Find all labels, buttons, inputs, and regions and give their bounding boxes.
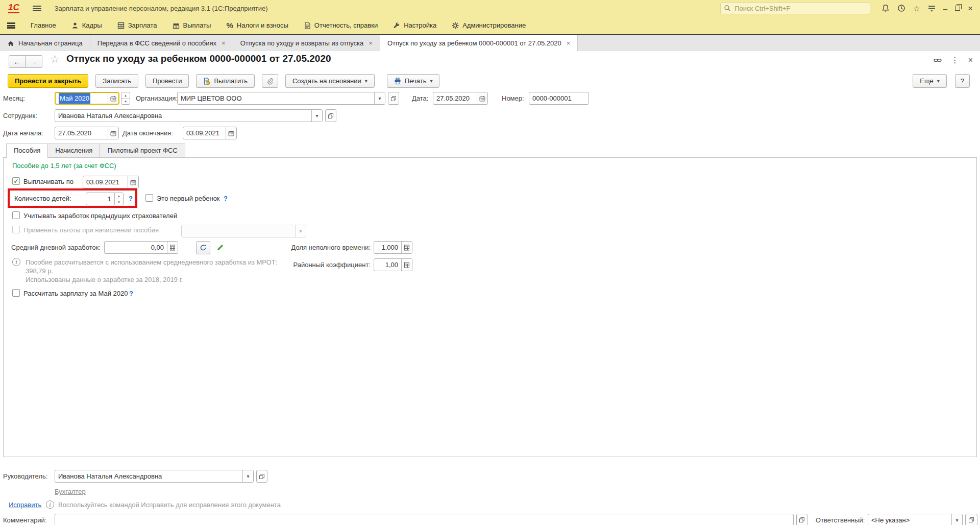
dropdown-icon[interactable]: ▾ <box>374 92 385 104</box>
organization-value[interactable]: МИР ЦВЕТОВ ООО <box>178 92 374 104</box>
tab-fss-pilot[interactable]: Пилотный проект ФСС <box>100 144 185 158</box>
menu-payments[interactable]: Выплаты <box>173 21 211 29</box>
spin-up-icon[interactable]: ▴ <box>115 193 123 199</box>
favorites-list-icon[interactable] <box>928 5 936 12</box>
calendar-icon[interactable] <box>108 127 118 139</box>
attachments-button[interactable] <box>262 74 278 88</box>
calendar-icon[interactable] <box>477 92 487 104</box>
calendar-icon[interactable] <box>128 176 138 188</box>
employee-open-icon[interactable] <box>325 109 336 122</box>
spin-up-icon[interactable]: ▴ <box>121 92 130 99</box>
manager-value[interactable]: Иванова Наталья Александровна <box>55 470 242 482</box>
menu-settings[interactable]: Настройка <box>393 21 436 29</box>
avg-daily-field[interactable]: 0,00 <box>104 241 178 254</box>
tab-close-icon[interactable]: × <box>369 39 373 47</box>
date-value[interactable]: 27.05.2020 <box>433 92 477 104</box>
responsible-field[interactable]: <Не указан> ▾ <box>868 514 963 525</box>
number-value[interactable]: 0000-000001 <box>529 92 589 104</box>
menu-salary[interactable]: Зарплата <box>117 21 157 29</box>
close-document-icon[interactable]: × <box>968 56 973 65</box>
children-count-value[interactable]: 1 <box>86 193 114 205</box>
comment-input[interactable] <box>55 514 794 525</box>
window-restore-icon[interactable] <box>955 6 960 11</box>
month-field[interactable]: Май 2020 <box>55 92 119 105</box>
history-clock-icon[interactable] <box>897 4 905 12</box>
date-field[interactable]: 27.05.2020 <box>433 92 488 105</box>
number-field[interactable]: 0000-000001 <box>529 92 589 105</box>
create-based-on-button[interactable]: Создать на основании ▾ <box>285 74 375 88</box>
main-menu-icon[interactable] <box>33 6 41 11</box>
tab-accruals[interactable]: Начисления <box>48 144 100 158</box>
manager-open-icon[interactable] <box>256 470 267 483</box>
back-button[interactable]: ← <box>9 55 26 68</box>
post-and-close-button[interactable]: Провести и закрыть <box>8 74 88 88</box>
employee-value[interactable]: Иванова Наталья Александровна <box>55 110 311 122</box>
month-spinner[interactable]: ▴ ▾ <box>121 92 130 105</box>
print-button[interactable]: Печать ▾ <box>387 74 440 88</box>
refresh-earnings-button[interactable] <box>196 241 210 254</box>
recalc-salary-help-icon[interactable]: ? <box>129 290 133 297</box>
children-count-help-icon[interactable]: ? <box>129 195 133 202</box>
avg-daily-value[interactable]: 0,00 <box>105 242 167 253</box>
global-search[interactable] <box>720 3 870 14</box>
part-time-value[interactable]: 1,000 <box>374 242 401 253</box>
get-link-icon[interactable] <box>934 56 942 64</box>
dropdown-icon[interactable]: ▾ <box>311 110 322 122</box>
pay-until-field[interactable]: 03.09.2021 <box>83 176 139 188</box>
pay-button[interactable]: Выплатить <box>196 74 255 88</box>
search-input[interactable] <box>733 4 867 13</box>
tab-benefits[interactable]: Пособия <box>6 144 48 158</box>
tab-close-icon[interactable]: × <box>567 39 571 47</box>
calculator-icon[interactable] <box>167 242 178 253</box>
spin-down-icon[interactable]: ▾ <box>121 99 130 104</box>
responsible-open-icon[interactable] <box>965 514 977 525</box>
menu-taxes[interactable]: % Налоги и взносы <box>226 21 288 30</box>
pay-until-checkbox[interactable]: ✓ <box>12 177 20 185</box>
window-close-icon[interactable]: × <box>968 5 973 12</box>
dropdown-icon[interactable]: ▾ <box>242 470 253 482</box>
start-date-value[interactable]: 27.05.2020 <box>55 127 108 139</box>
organization-open-icon[interactable] <box>388 92 399 105</box>
first-child-help-icon[interactable]: ? <box>224 195 228 202</box>
edit-earnings-pencil-icon[interactable] <box>216 244 224 251</box>
part-time-field[interactable]: 1,000 <box>374 241 412 254</box>
tab-close-icon[interactable]: × <box>222 39 226 47</box>
end-date-value[interactable]: 03.09.2021 <box>183 127 226 139</box>
post-button[interactable]: Провести <box>145 74 189 88</box>
calendar-icon[interactable] <box>226 127 236 139</box>
organization-field[interactable]: МИР ЦВЕТОВ ООО ▾ <box>177 92 385 105</box>
employee-field[interactable]: Иванова Наталья Александровна ▾ <box>55 109 323 122</box>
recalc-salary-checkbox[interactable] <box>12 289 20 297</box>
menu-administration[interactable]: Администрирование <box>452 21 526 29</box>
add-favorite-star-icon[interactable]: ☆ <box>50 53 60 65</box>
notifications-bell-icon[interactable] <box>881 4 890 12</box>
forward-button[interactable]: → <box>26 55 42 68</box>
pay-until-value[interactable]: 03.09.2021 <box>83 176 128 188</box>
tab-leave-list[interactable]: Отпуска по уходу и возвраты из отпуска × <box>233 35 380 51</box>
tab-fss-transfer[interactable]: Передача в ФСС сведений о пособиях × <box>90 35 233 51</box>
more-button[interactable]: Еще ▾ <box>913 74 946 88</box>
tab-home[interactable]: Начальная страница <box>0 35 90 51</box>
more-commands-icon[interactable]: ⋮ <box>951 55 959 65</box>
write-button[interactable]: Записать <box>95 74 138 88</box>
help-button[interactable]: ? <box>955 74 970 88</box>
menu-reports[interactable]: Отчетность, справки <box>304 21 378 29</box>
menu-main[interactable]: Главное <box>31 21 56 29</box>
favorites-star-icon[interactable]: ☆ <box>913 5 920 12</box>
spin-down-icon[interactable]: ▾ <box>115 199 123 205</box>
calculator-icon[interactable] <box>401 242 412 253</box>
sections-menu-icon[interactable] <box>7 22 15 29</box>
district-coef-field[interactable]: 1,00 <box>374 258 412 271</box>
comment-open-icon[interactable] <box>796 514 807 525</box>
menu-personnel[interactable]: Кадры <box>71 21 102 29</box>
start-date-field[interactable]: 27.05.2020 <box>55 127 119 139</box>
fix-document-link[interactable]: Исправить <box>9 501 41 509</box>
children-count-field[interactable]: 1 ▴ ▾ <box>86 193 124 205</box>
district-coef-value[interactable]: 1,00 <box>374 259 401 271</box>
month-value[interactable]: Май 2020 <box>56 93 108 104</box>
accountant-link[interactable]: Бухгалтер <box>55 488 86 495</box>
window-minimize-icon[interactable]: – <box>943 5 947 12</box>
manager-field[interactable]: Иванова Наталья Александровна ▾ <box>55 470 254 483</box>
prev-employers-checkbox[interactable] <box>12 211 20 219</box>
first-child-checkbox[interactable] <box>145 194 153 202</box>
